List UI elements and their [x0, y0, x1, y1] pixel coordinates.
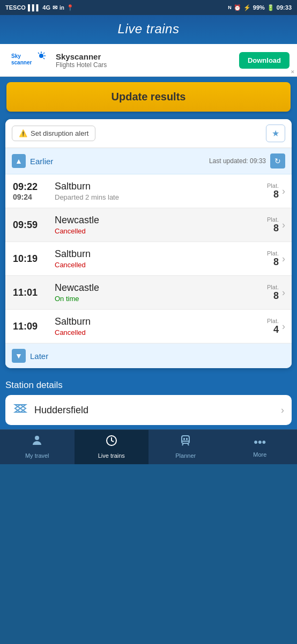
battery-text: 99%: [253, 4, 265, 11]
ad-logo: Sky scanner: [8, 49, 50, 71]
train-status: Departed 2 mins late: [55, 193, 249, 201]
svg-line-4: [43, 53, 44, 54]
row-chevron-icon: ›: [282, 287, 285, 298]
status-bar: TESCO ▌▌▌ 4G ✉ in 📍 N ⏰ ⚡ 99% 🔋 09:33: [0, 0, 297, 15]
destination-col: Newcastle On time: [50, 282, 249, 303]
person-icon: [31, 434, 43, 450]
ad-banner: Sky scanner Skyscanner Flights Hotel Car…: [0, 44, 297, 77]
train-time-col: 11:09: [13, 321, 50, 332]
nav-more-label: More: [253, 451, 266, 458]
platform-col: Plat. 4: [249, 318, 279, 335]
platform-label: Plat.: [249, 284, 279, 290]
train-row[interactable]: 09:59 Newcastle Cancelled Plat. 8 ›: [5, 208, 292, 242]
update-results-button[interactable]: Update results: [6, 82, 291, 112]
page-title: Live trains: [0, 21, 297, 36]
station-chevron-icon: ›: [281, 405, 284, 416]
svg-text:Sky: Sky: [11, 53, 21, 59]
refresh-button[interactable]: ↻: [270, 153, 285, 169]
actual-time: 09:24: [13, 193, 50, 201]
row-chevron-icon: ›: [282, 186, 285, 197]
trains-card: ⚠️ Set disruption alert ★ ▲ Earlier Last…: [5, 119, 292, 368]
later-label: Later: [30, 352, 48, 361]
platform-col: Plat. 8: [249, 250, 279, 268]
platform-col: Plat. 8: [249, 216, 279, 234]
ad-download-button[interactable]: Download: [239, 52, 289, 69]
ad-brand-name: Skyscanner: [56, 52, 107, 61]
destination-name: Saltburn: [55, 181, 249, 192]
train-row[interactable]: 11:09 Saltburn Cancelled Plat. 4 ›: [5, 310, 292, 343]
destination-col: Saltburn Cancelled: [50, 248, 249, 269]
train-row[interactable]: 10:19 Saltburn Cancelled Plat. 8 ›: [5, 242, 292, 276]
earlier-button[interactable]: ▲ Earlier: [12, 154, 53, 168]
br-logo-icon: [13, 402, 28, 414]
ad-corner-marker: ✕: [291, 69, 295, 75]
ad-left: Sky scanner Skyscanner Flights Hotel Car…: [8, 49, 107, 71]
last-updated: Last updated: 09:33 ↻: [209, 153, 285, 169]
train-status: Cancelled: [55, 328, 249, 336]
svg-rect-14: [186, 438, 188, 440]
disruption-label: Set disruption alert: [31, 129, 88, 137]
signal-icon: ▌▌▌: [28, 4, 40, 11]
dots-icon: •••: [254, 435, 266, 449]
row-chevron-icon: ›: [282, 253, 285, 265]
station-section-title: Station details: [5, 380, 292, 395]
scheduled-time: 11:09: [13, 321, 50, 332]
station-row[interactable]: Huddersfield ›: [5, 395, 292, 425]
nfc-icon: N: [228, 5, 232, 10]
main-content: ⚠️ Set disruption alert ★ ▲ Earlier Last…: [0, 119, 297, 374]
platform-label: Plat.: [249, 216, 279, 223]
platform-label: Plat.: [249, 318, 279, 324]
nav-live-trains-label: Live trains: [98, 452, 125, 459]
favourite-button[interactable]: ★: [266, 125, 285, 142]
clock-icon: [105, 434, 118, 450]
bluetooth-icon: ⚡: [243, 4, 251, 11]
linkedin-icon: in: [60, 5, 64, 11]
destination-col: Saltburn Cancelled: [50, 316, 249, 336]
platform-label: Plat.: [249, 250, 279, 257]
row-chevron-icon: ›: [282, 219, 285, 231]
platform-label: Plat.: [249, 182, 279, 189]
nav-more[interactable]: ••• More: [223, 430, 298, 464]
time-display: 09:33: [277, 4, 292, 11]
train-row[interactable]: 09:22 09:24 Saltburn Departed 2 mins lat…: [5, 174, 292, 208]
station-train-icon: [13, 402, 28, 418]
svg-line-7: [38, 53, 39, 54]
platform-number: 8: [249, 257, 279, 268]
location-icon: 📍: [66, 4, 74, 11]
network-type: 4G: [42, 4, 50, 11]
platform-number: 8: [249, 189, 279, 200]
svg-point-2: [39, 54, 43, 58]
train-status: Cancelled: [55, 227, 249, 235]
mail-icon: ✉: [53, 4, 57, 11]
earlier-label: Earlier: [30, 157, 53, 166]
alarm-icon: ⏰: [234, 4, 241, 11]
nav-my-travel-label: My travel: [25, 452, 49, 459]
nav-planner[interactable]: Planner: [148, 430, 223, 464]
nav-live-trains[interactable]: Live trains: [75, 430, 149, 464]
nav-my-travel[interactable]: My travel: [0, 430, 75, 464]
star-icon: ★: [272, 129, 279, 138]
destination-name: Newcastle: [55, 215, 249, 226]
train-status: On time: [55, 295, 249, 303]
app-header: Live trains: [0, 15, 297, 44]
carrier-text: TESCO: [5, 4, 26, 11]
earlier-arrow-icon: ▲: [12, 154, 26, 168]
train-time-col: 09:22 09:24: [13, 181, 50, 201]
train-row[interactable]: 11:01 Newcastle On time Plat. 8 ›: [5, 276, 292, 310]
train-time-col: 10:19: [13, 253, 50, 265]
battery-icon: 🔋: [267, 4, 274, 11]
later-button[interactable]: Later: [30, 352, 48, 361]
update-btn-wrapper: Update results: [0, 77, 297, 119]
svg-rect-12: [182, 436, 189, 443]
station-name-text: Huddersfield: [34, 405, 281, 416]
scheduled-time: 11:01: [13, 287, 50, 298]
status-left: TESCO ▌▌▌ 4G ✉ in 📍: [5, 4, 74, 11]
later-arrow-icon: ▼: [12, 349, 26, 363]
set-disruption-alert-button[interactable]: ⚠️ Set disruption alert: [12, 126, 95, 141]
nav-planner-label: Planner: [175, 452, 196, 459]
platform-col: Plat. 8: [249, 284, 279, 302]
train-rows-container: 09:22 09:24 Saltburn Departed 2 mins lat…: [5, 174, 292, 343]
refresh-icon: ↻: [274, 157, 281, 165]
destination-name: Saltburn: [55, 316, 249, 327]
scheduled-time: 09:59: [13, 219, 50, 231]
